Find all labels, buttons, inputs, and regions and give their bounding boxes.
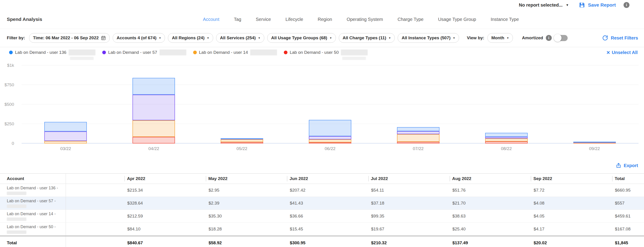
bar-segment-lab-on-demand-user-136-06-22[interactable] [309, 120, 351, 136]
tab-region[interactable]: Region [318, 17, 332, 22]
bar-segment-lab-on-demand-user-136-08-22[interactable] [485, 133, 528, 137]
table-row[interactable]: Lab on Demand - user 14 -$212.59$35.30$3… [0, 210, 644, 223]
bar-segment-lab-on-demand-user-50-07-22[interactable] [397, 142, 440, 143]
spend-analysis-page: No report selected... ▼ Save Report i Sp… [0, 0, 644, 247]
bar-segment-lab-on-demand-user-136-03-22[interactable] [44, 122, 87, 131]
total-row-label: Total [0, 236, 66, 247]
legend-item-lab-on-demand-user-14[interactable]: Lab on Demand - user 14 [193, 49, 277, 60]
value-cell: $2.39 [206, 197, 287, 210]
bar-segment-lab-on-demand-user-14-07-22[interactable] [397, 134, 440, 142]
filter-pill-all-regions[interactable]: All Regions (24)▼ [168, 33, 213, 43]
bar-segment-lab-on-demand-user-50-08-22[interactable] [485, 141, 528, 143]
redacted-text [250, 49, 277, 55]
account-cell: Lab on Demand - user 57 - [0, 197, 66, 210]
tab-account[interactable]: Account [203, 17, 219, 22]
chevron-down-icon: ▼ [506, 37, 509, 39]
bar-segment-lab-on-demand-user-57-07-22[interactable] [397, 131, 440, 134]
table-row[interactable]: Lab on Demand - user 57 -$328.64$2.39$41… [0, 197, 644, 210]
tab-usage-type-group[interactable]: Usage Type Group [438, 17, 476, 22]
filter-pill-all-services[interactable]: All Services (254)▼ [216, 33, 264, 43]
column-header-apr-2022[interactable]: Apr 2022 [124, 174, 206, 184]
tab-charge-type[interactable]: Charge Type [398, 17, 424, 22]
report-selector-dropdown[interactable]: No report selected... ▼ [519, 2, 569, 8]
tab-instance-type[interactable]: Instance Type [490, 17, 519, 22]
tabs: AccountTagServiceLifecycleRegionOperatin… [203, 17, 519, 22]
bar-segment-lab-on-demand-user-14-08-22[interactable] [485, 138, 528, 141]
column-header-may-2022[interactable]: May 2022 [206, 174, 287, 184]
filter-pill-all-instance-types[interactable]: All Instance Types (507)▼ [398, 33, 459, 43]
unselect-all-button[interactable]: × Unselect All [606, 49, 644, 55]
total-value-cell: $58.92 [206, 241, 287, 246]
chart-plot-area [22, 65, 638, 143]
value-cell: $35.30 [206, 210, 287, 223]
y-axis-tick-label: $500 [0, 102, 14, 107]
bar-segment-lab-on-demand-user-14-05-22[interactable] [221, 139, 263, 142]
column-header-total[interactable]: Total [612, 174, 644, 184]
value-cell: $99.35 [368, 210, 450, 223]
column-header-account[interactable]: Account [0, 174, 66, 184]
bar-segment-lab-on-demand-user-57-08-22[interactable] [485, 137, 528, 138]
gridline [22, 65, 638, 65]
value-cell: $4.08 [531, 197, 612, 210]
info-icon[interactable]: i [624, 2, 630, 8]
value-cell: $207.42 [287, 184, 368, 197]
save-icon [579, 2, 585, 8]
save-report-button[interactable]: Save Report [579, 2, 616, 8]
value-cell: $4.17 [531, 223, 612, 236]
export-button[interactable]: Export [616, 163, 638, 168]
view-by-dropdown[interactable]: Month ▼ [488, 33, 513, 43]
page-title: Spend Analysis [0, 16, 42, 22]
column-header-sep-2022[interactable]: Sep 2022 [531, 174, 612, 184]
toggle-knob [554, 34, 562, 42]
redacted-text [7, 218, 26, 221]
filter-by-label: Filter by: [7, 35, 25, 40]
filter-pill-accounts-4[interactable]: Accounts 4 (of 674)▼ [113, 33, 165, 43]
tab-tag[interactable]: Tag [234, 17, 241, 22]
legend-item-lab-on-demand-user-50[interactable]: Lab on Demand - user 50 [284, 49, 368, 60]
bar-segment-lab-on-demand-user-14-03-22[interactable] [44, 141, 87, 143]
amortized-info-icon[interactable]: i [546, 35, 552, 41]
table-row[interactable]: Lab on Demand - user 50 -$84.10$18.28$15… [0, 223, 644, 236]
bar-segment-lab-on-demand-user-136-09-22[interactable] [573, 142, 616, 143]
column-header-aug-2022[interactable]: Aug 2022 [450, 174, 531, 184]
bar-segment-lab-on-demand-user-136-04-22[interactable] [132, 78, 175, 95]
value-cell: $54.11 [368, 184, 450, 197]
value-cell: $18.28 [206, 223, 287, 236]
account-cell: Lab on Demand - user 136 - [0, 184, 66, 197]
total-value-cell: $300.95 [287, 241, 368, 246]
table-header-row: Account Apr 2022May 2022Jun 2022Jul 2022… [0, 174, 644, 184]
reset-filters-button[interactable]: Reset Filters [602, 35, 644, 41]
column-header-jun-2022[interactable]: Jun 2022 [287, 174, 368, 184]
bar-segment-lab-on-demand-user-57-06-22[interactable] [309, 136, 351, 139]
filter-pill-all-charge-types[interactable]: All Charge Types (11)▼ [339, 33, 395, 43]
legend-label: Lab on Demand - user 57 [108, 50, 157, 55]
redacted-text [160, 49, 186, 55]
legend-item-lab-on-demand-user-57[interactable]: Lab on Demand - user 57 [102, 49, 186, 60]
chart-legend: Lab on Demand - user 136Lab on Demand - … [0, 47, 644, 61]
bar-segment-lab-on-demand-user-136-07-22[interactable] [397, 127, 440, 131]
bar-segment-lab-on-demand-user-136-05-22[interactable] [221, 138, 263, 139]
filter-pill-time[interactable]: Time: 06 Mar 2022 - 06 Sep 2022 [29, 33, 110, 43]
bar-segment-lab-on-demand-user-50-04-22[interactable] [132, 137, 175, 143]
tab-operating-system[interactable]: Operating System [346, 17, 383, 22]
bar-segment-lab-on-demand-user-57-04-22[interactable] [132, 95, 175, 120]
legend-dot-icon [102, 51, 106, 54]
chevron-down-icon: ▼ [258, 37, 260, 39]
legend-item-lab-on-demand-user-136[interactable]: Lab on Demand - user 136 [9, 49, 96, 60]
table-row[interactable]: Lab on Demand - user 136 -$215.34$2.95$2… [0, 184, 644, 197]
amortized-toggle[interactable] [554, 35, 568, 41]
redacted-text [342, 57, 366, 60]
tab-lifecycle[interactable]: Lifecycle [286, 17, 303, 22]
row-total-cell: $459.61 [612, 210, 644, 223]
bar-segment-lab-on-demand-user-50-06-22[interactable] [309, 142, 351, 143]
bar-segment-lab-on-demand-user-57-03-22[interactable] [44, 131, 87, 141]
bar-segment-lab-on-demand-user-14-06-22[interactable] [309, 139, 351, 142]
chevron-down-icon: ▼ [330, 37, 332, 39]
tab-service[interactable]: Service [256, 17, 271, 22]
bar-segment-lab-on-demand-user-14-04-22[interactable] [132, 120, 175, 137]
bar-segment-lab-on-demand-user-50-05-22[interactable] [221, 142, 263, 143]
legend-dot-icon [9, 51, 13, 54]
filter-pill-all-usage-type-groups[interactable]: All Usage Type Groups (68)▼ [267, 33, 336, 43]
column-header-jul-2022[interactable]: Jul 2022 [368, 174, 450, 184]
y-axis-tick-label: $1k [0, 63, 14, 68]
